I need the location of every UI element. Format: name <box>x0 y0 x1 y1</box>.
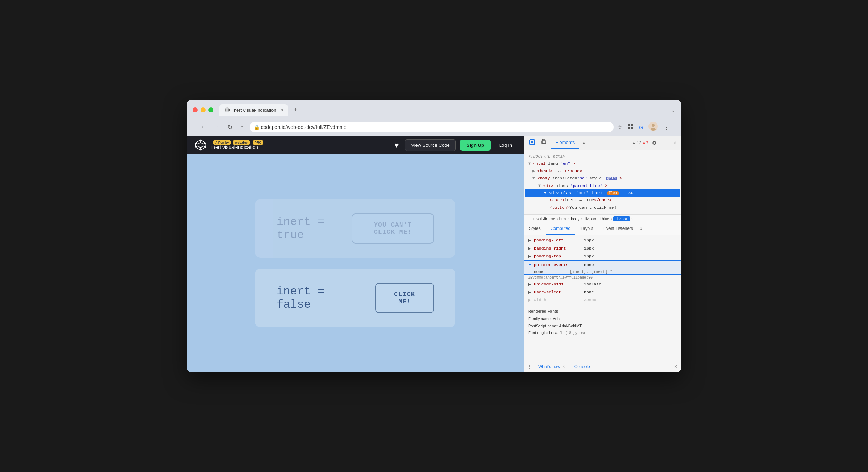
pen-info: A Pen by web.dev PRO inert visual-indica… <box>211 140 263 150</box>
device-tool-icon[interactable] <box>539 137 550 149</box>
login-button[interactable]: Log In <box>495 140 516 151</box>
browser-menu-icon[interactable]: ⋮ <box>663 123 670 131</box>
prop-value-width: 395px <box>584 297 597 303</box>
codepen-actions: ♥ View Source Code Sign Up Log In <box>392 139 516 151</box>
minimize-traffic-light[interactable] <box>201 107 206 112</box>
inert-false-box: inert = false CLICK ME! <box>255 269 455 327</box>
prop-name-pointer-events: pointer-events <box>534 262 584 268</box>
prop-toggle-padding-right[interactable]: ▶ <box>528 246 532 251</box>
dom-line-parent-div[interactable]: ▼ <div class="parent blue" > <box>525 182 680 189</box>
devtools-panel: Elements » ▲ 13 ● 7 ⚙ ⋮ × <!DOCTYPE html… <box>524 136 681 372</box>
prop-user-select[interactable]: ▶ user-select none <box>524 288 681 296</box>
style-panel: Styles Computed Layout Event Listeners »… <box>524 223 681 361</box>
extensions-icon[interactable] <box>627 123 634 131</box>
view-source-button[interactable]: View Source Code <box>405 139 455 151</box>
layout-tab[interactable]: Layout <box>575 223 598 235</box>
styles-tab[interactable]: Styles <box>524 223 546 235</box>
tab-overflow-button[interactable]: ⌄ <box>671 107 675 113</box>
forward-button[interactable]: → <box>212 122 222 132</box>
console-tab[interactable]: Console <box>572 363 593 371</box>
rendered-fonts: Rendered Fonts Family name: Arial PostSc… <box>524 306 681 339</box>
devtools-footer-close[interactable]: × <box>674 363 677 370</box>
address-container[interactable]: 🔒 <box>250 122 614 132</box>
whats-new-tab[interactable]: What's new × <box>535 363 568 371</box>
title-bar: inert visual-indication × + ⌄ ← → ↻ ⌂ 🔒 … <box>187 100 681 136</box>
prop-unicode-bidi[interactable]: ▶ unicode-bidi isolate <box>524 280 681 288</box>
computed-tab[interactable]: Computed <box>546 223 575 235</box>
new-tab-button[interactable]: + <box>291 105 300 115</box>
dom-line-box-div[interactable]: ▼ <div class="box" inert flex == $0 <box>525 189 680 197</box>
prop-name-padding-top: padding-top <box>534 253 584 260</box>
title-bar-top: inert visual-indication × + ⌄ <box>193 104 675 116</box>
breadcrumb-result-iframe[interactable]: .result-iframe <box>532 217 555 221</box>
breadcrumb-html[interactable]: html <box>559 217 567 221</box>
signup-button[interactable]: Sign Up <box>460 140 491 151</box>
svg-line-22 <box>196 143 198 144</box>
style-tabs-more[interactable]: » <box>638 223 645 235</box>
devtools-close-icon[interactable]: × <box>671 138 678 148</box>
back-button[interactable]: ← <box>198 122 208 132</box>
prop-toggle-unicode-bidi[interactable]: ▶ <box>528 281 532 287</box>
devtools-kebab-icon[interactable]: ⋮ <box>660 138 670 148</box>
traffic-lights <box>193 107 213 112</box>
dom-line-head[interactable]: ▶ <head> ··· </head> <box>525 168 680 175</box>
prop-pointer-events-container: ▼ pointer-events none none [inert], [ine… <box>524 261 681 274</box>
prop-value-pointer-events: none <box>584 262 594 268</box>
profile-icon[interactable] <box>648 121 658 133</box>
codepen-logo-icon <box>194 139 207 151</box>
prop-toggle-pointer-events[interactable]: ▼ <box>528 262 532 268</box>
svg-point-13 <box>652 124 655 127</box>
address-bar: ← → ↻ ⌂ 🔒 ☆ G <box>193 119 675 136</box>
prop-toggle-padding-left[interactable]: ▶ <box>528 237 532 243</box>
prop-pointer-events[interactable]: ▼ pointer-events none <box>524 261 681 269</box>
tab-close-button[interactable]: × <box>280 107 283 112</box>
url-source: ZEvdmmo:anon=tr…ew=fullpage:30 <box>524 275 681 280</box>
dom-line-body[interactable]: ▼ <body translate="no" style grid > <box>525 175 680 182</box>
inspector-tool-icon[interactable] <box>527 137 537 149</box>
svg-line-21 <box>196 146 198 147</box>
close-traffic-light[interactable] <box>193 107 198 112</box>
click-me-button[interactable]: CLICK ME! <box>375 283 434 313</box>
rendered-fonts-title: Rendered Fonts <box>528 309 677 313</box>
heart-button[interactable]: ♥ <box>392 139 401 151</box>
dom-line-html[interactable]: ▼ <html lang="en" > <box>525 160 680 167</box>
prop-padding-top[interactable]: ▶ padding-top 16px <box>524 252 681 260</box>
prop-toggle-width[interactable]: ▶ <box>528 297 532 303</box>
codepen-header: A Pen by web.dev PRO inert visual-indica… <box>187 136 524 154</box>
maximize-traffic-light[interactable] <box>208 107 213 112</box>
svg-rect-9 <box>631 124 633 126</box>
breadcrumb-div-box[interactable]: div.box <box>613 216 630 221</box>
prop-value-user-select: none <box>584 289 594 295</box>
footer-menu-icon[interactable]: ⋮ <box>527 364 532 369</box>
svg-point-24 <box>531 141 533 143</box>
google-icon[interactable]: G <box>639 124 643 130</box>
devtools-tabs-more[interactable]: » <box>580 138 587 148</box>
svg-rect-8 <box>628 124 630 126</box>
prop-toggle-padding-top[interactable]: ▶ <box>528 254 532 259</box>
console-label: Console <box>574 364 590 369</box>
svg-line-19 <box>203 146 206 147</box>
whats-new-close[interactable]: × <box>563 364 565 369</box>
dom-line-code[interactable]: <code>inert = true</code> <box>525 197 680 204</box>
reload-button[interactable]: ↻ <box>226 122 235 132</box>
font-postscript: PostScript name: Arial-BoldMT <box>528 323 677 330</box>
settings-icon[interactable]: ⚙ <box>650 138 659 148</box>
address-input[interactable] <box>250 122 614 132</box>
event-listeners-tab[interactable]: Event Listeners <box>598 223 638 235</box>
prop-padding-left[interactable]: ▶ padding-left 16px <box>524 236 681 244</box>
elements-tab[interactable]: Elements <box>551 137 579 149</box>
tab-bar: inert visual-indication × + ⌄ <box>219 104 675 116</box>
home-button[interactable]: ⌂ <box>238 122 246 132</box>
dom-line-button[interactable]: <button>You can't click me! <box>525 204 680 211</box>
breadcrumb-body[interactable]: body <box>571 217 579 221</box>
prop-toggle-user-select[interactable]: ▶ <box>528 289 532 295</box>
error-badge[interactable]: ● 7 <box>643 141 648 145</box>
bookmark-icon[interactable]: ☆ <box>617 124 622 131</box>
warning-badge[interactable]: ▲ 13 <box>632 141 641 145</box>
breadcrumb-parent-blue[interactable]: div.parent.blue <box>584 217 609 221</box>
codepen-logo: A Pen by web.dev PRO inert visual-indica… <box>194 139 263 151</box>
prop-padding-right[interactable]: ▶ padding-right 16px <box>524 245 681 252</box>
prop-sub-value-none: none <box>534 270 570 274</box>
prop-width[interactable]: ▶ width 395px <box>524 296 681 304</box>
active-tab[interactable]: inert visual-indication × <box>219 104 288 116</box>
